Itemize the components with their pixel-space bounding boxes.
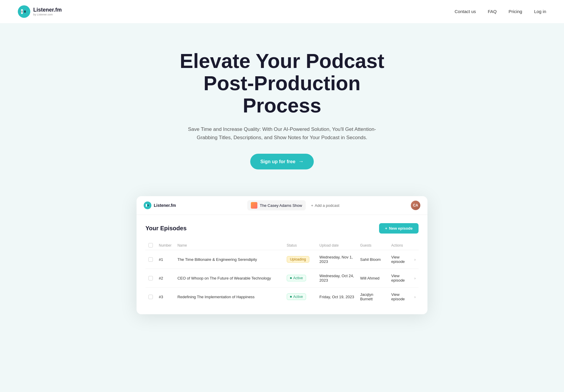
nav-login[interactable]: Log in: [534, 9, 546, 14]
app-logo: Listener.fm: [144, 201, 176, 209]
episodes-table: Number Name Status Upload date Guests Ac…: [145, 241, 419, 306]
row-1-actions: View episode ›: [388, 250, 419, 269]
hero-section: Elevate Your Podcast Post-Production Pro…: [0, 23, 564, 187]
th-date: Upload date: [316, 241, 357, 250]
table-header: Number Name Status Upload date Guests Ac…: [145, 241, 419, 250]
row-2-status: Active: [284, 269, 316, 288]
row-1-checkbox[interactable]: [148, 257, 153, 262]
nav-pricing[interactable]: Pricing: [508, 9, 522, 14]
row-2-actions: View episode ›: [388, 269, 419, 288]
logo-sub: by Listener.com: [33, 13, 62, 16]
svg-rect-6: [148, 204, 149, 206]
plus-icon: +: [311, 203, 313, 208]
cta-button[interactable]: Sign up for free →: [250, 154, 314, 169]
add-podcast-label: Add a podcast: [315, 203, 339, 208]
th-actions: Actions: [388, 241, 419, 250]
view-episode-2-button[interactable]: View episode ›: [391, 274, 416, 283]
app-preview: Listener.fm The Casey Adams Show + Add a…: [119, 196, 445, 338]
row-2-guest: Will Ahmed: [357, 269, 388, 288]
logo-icon: [18, 5, 30, 18]
add-podcast-button[interactable]: + Add a podcast: [311, 203, 340, 208]
status-badge: Uploading: [287, 256, 309, 263]
plus-icon: +: [385, 226, 387, 231]
row-1-name: The Time Billionaire & Engineering Seren…: [175, 250, 284, 269]
row-1-date: Wednesday, Nov 1, 2023: [316, 250, 357, 269]
user-avatar[interactable]: CA: [411, 201, 420, 210]
app-topbar: Listener.fm The Casey Adams Show + Add a…: [137, 196, 427, 215]
row-1-number: #1: [156, 250, 175, 269]
status-badge: Active: [287, 275, 306, 281]
podcast-area: The Casey Adams Show + Add a podcast: [247, 200, 339, 210]
app-body: Your Episodes + New episode Number Name …: [137, 215, 427, 314]
row-3-name: Redefining The Implementation of Happine…: [175, 288, 284, 306]
view-episode-3-button[interactable]: View episode ›: [391, 292, 416, 301]
hero-subtext: Save Time and Increase Quality: With Our…: [184, 125, 380, 142]
nav-contact[interactable]: Contact us: [455, 9, 476, 14]
table-row: #2CEO of Whoop on The Future of Wearable…: [145, 269, 419, 288]
cta-arrow-icon: →: [298, 158, 304, 165]
podcast-name: The Casey Adams Show: [260, 203, 302, 208]
logo[interactable]: Listener.fm by Listener.com: [18, 5, 62, 18]
podcast-chip[interactable]: The Casey Adams Show: [247, 200, 305, 210]
row-3-checkbox[interactable]: [148, 295, 153, 299]
navbar: Listener.fm by Listener.com Contact us F…: [0, 0, 564, 23]
row-3-guest: Jacqlyn Burnett: [357, 288, 388, 306]
row-2-checkbox[interactable]: [148, 276, 153, 280]
th-status: Status: [284, 241, 316, 250]
th-guests: Guests: [357, 241, 388, 250]
chevron-right-icon: ›: [414, 295, 416, 299]
th-check: [145, 241, 156, 250]
episodes-title: Your Episodes: [145, 225, 187, 232]
app-window: Listener.fm The Casey Adams Show + Add a…: [137, 196, 427, 314]
svg-rect-2: [24, 10, 26, 13]
active-dot-icon: [290, 296, 292, 298]
status-badge: Active: [287, 293, 306, 300]
cta-label: Sign up for free: [260, 159, 295, 164]
chevron-right-icon: ›: [414, 257, 416, 262]
episodes-header: Your Episodes + New episode: [145, 223, 419, 234]
svg-rect-3: [21, 10, 23, 13]
active-dot-icon: [290, 277, 292, 279]
row-1-status: Uploading: [284, 250, 316, 269]
table-row: #1The Time Billionaire & Engineering Ser…: [145, 250, 419, 269]
th-name: Name: [175, 241, 284, 250]
table-body: #1The Time Billionaire & Engineering Ser…: [145, 250, 419, 306]
th-number: Number: [156, 241, 175, 250]
logo-name: Listener.fm: [33, 7, 62, 13]
app-logo-icon: [144, 201, 151, 209]
table-row: #3Redefining The Implementation of Happi…: [145, 288, 419, 306]
row-3-status: Active: [284, 288, 316, 306]
select-all-checkbox[interactable]: [148, 243, 153, 247]
nav-faq[interactable]: FAQ: [488, 9, 497, 14]
view-episode-1-button[interactable]: View episode ›: [391, 255, 416, 264]
new-episode-button[interactable]: + New episode: [379, 223, 419, 234]
row-3-date: Friday, Oct 19, 2023: [316, 288, 357, 306]
row-3-actions: View episode ›: [388, 288, 419, 306]
new-episode-label: New episode: [389, 226, 413, 231]
row-3-number: #3: [156, 288, 175, 306]
row-2-name: CEO of Whoop on The Future of Wearable T…: [175, 269, 284, 288]
hero-headline: Elevate Your Podcast Post-Production Pro…: [166, 50, 398, 116]
row-1-guest: Sahil Bloom: [357, 250, 388, 269]
chevron-right-icon: ›: [414, 276, 416, 280]
row-2-number: #2: [156, 269, 175, 288]
podcast-thumbnail: [251, 202, 257, 209]
app-logo-name: Listener.fm: [154, 203, 176, 208]
row-2-date: Wednesday, Oct 24, 2023: [316, 269, 357, 288]
svg-rect-5: [146, 204, 147, 207]
nav-links: Contact us FAQ Pricing Log in: [455, 9, 546, 14]
